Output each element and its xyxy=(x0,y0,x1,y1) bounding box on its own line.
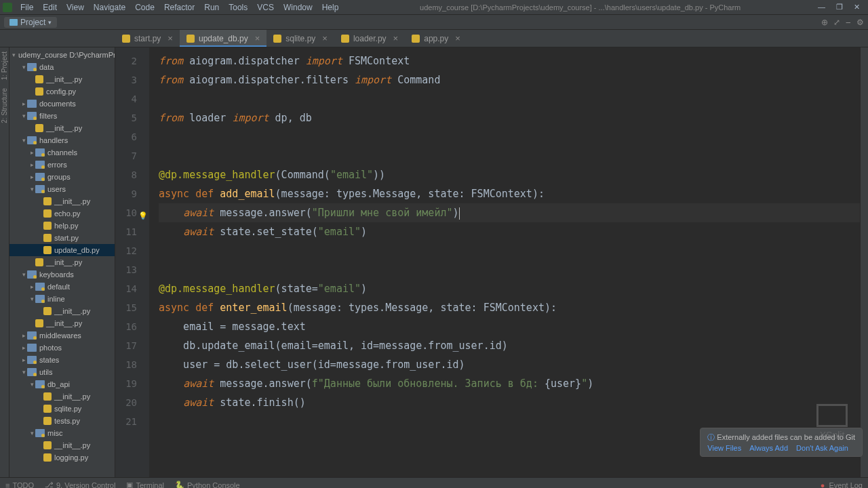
menu-help[interactable]: Help xyxy=(318,1,343,14)
dont-ask-link[interactable]: Don't Ask Again xyxy=(796,444,848,452)
menu-navigate[interactable]: Navigate xyxy=(90,1,130,14)
tree-item[interactable]: ▾filters xyxy=(9,110,115,122)
menu-refactor[interactable]: Refactor xyxy=(160,1,199,14)
vcs-button[interactable]: ⎇ 9. Version Control xyxy=(45,481,115,488)
python-console-button[interactable]: 🐍 Python Console xyxy=(175,481,240,488)
expand-icon[interactable]: ⤢ xyxy=(833,18,840,27)
python-icon xyxy=(341,35,349,43)
tree-item[interactable]: ▾handlers xyxy=(9,134,115,146)
tree-item[interactable]: update_db.py xyxy=(9,244,115,256)
tree-item[interactable]: sqlite.py xyxy=(9,403,115,415)
tree-item[interactable]: logging.py xyxy=(9,451,115,464)
toolbar: Project ▾ ⊕ ⤢ ‒ ⚙ xyxy=(0,15,868,30)
xsplit-watermark: XSplit xyxy=(816,404,848,441)
tree-item[interactable]: __init__.py xyxy=(9,439,115,451)
menu-vcs[interactable]: VCS xyxy=(253,1,278,14)
close-icon[interactable]: × xyxy=(393,33,399,43)
menu-code[interactable]: Code xyxy=(131,1,159,14)
left-sidebar: 1: Project 2: Structure xyxy=(0,47,9,477)
tree-item[interactable]: ▸default xyxy=(9,281,115,293)
tab-loader[interactable]: loader.py× xyxy=(334,30,405,47)
project-dropdown[interactable]: Project ▾ xyxy=(4,17,57,28)
tree-item[interactable]: __init__.py xyxy=(9,390,115,403)
menu-view[interactable]: View xyxy=(62,1,88,14)
code-editor[interactable]: 23456789101112131415161718192021 from ai… xyxy=(115,47,860,477)
right-sidebar xyxy=(860,47,868,477)
gear-icon[interactable]: ⚙ xyxy=(856,18,864,27)
tab-sqlite[interactable]: sqlite.py× xyxy=(267,30,334,47)
menu-run[interactable]: Run xyxy=(200,1,223,14)
view-files-link[interactable]: View Files xyxy=(707,444,741,452)
tree-item[interactable]: echo.py xyxy=(9,207,115,220)
todo-button[interactable]: ≡ TODO xyxy=(5,481,34,489)
editor-tabs: start.py× update_db.py× sqlite.py× loade… xyxy=(0,30,868,47)
tab-app[interactable]: app.py× xyxy=(405,30,467,47)
code-area[interactable]: from aiogram.dispatcher import FSMContex… xyxy=(149,47,860,477)
tree-item[interactable]: help.py xyxy=(9,220,115,232)
always-add-link[interactable]: Always Add xyxy=(749,444,788,452)
main-menu: File Edit View Navigate Code Refactor Ru… xyxy=(16,1,342,14)
python-icon xyxy=(273,35,281,43)
tree-item[interactable]: ▸middlewares xyxy=(9,329,115,342)
tree-item[interactable]: __init__.py xyxy=(9,305,115,317)
collapse-icon[interactable]: ‒ xyxy=(846,18,851,27)
event-log-button[interactable]: Event Log xyxy=(829,481,863,489)
tree-item[interactable]: ▸errors xyxy=(9,159,115,171)
pycharm-logo xyxy=(3,3,12,12)
tree-item[interactable]: ▾udemy_course D:\PycharmProjec xyxy=(9,49,115,61)
titlebar: File Edit View Navigate Code Refactor Ru… xyxy=(0,0,868,15)
menu-window[interactable]: Window xyxy=(279,1,317,14)
tree-item[interactable]: start.py xyxy=(9,232,115,244)
project-tool-button[interactable]: 1: Project xyxy=(0,47,9,84)
tab-start[interactable]: start.py× xyxy=(115,30,180,47)
tree-item[interactable]: __init__.py xyxy=(9,195,115,207)
menu-edit[interactable]: Edit xyxy=(39,1,61,14)
terminal-button[interactable]: ▣ Terminal xyxy=(126,481,164,488)
target-icon[interactable]: ⊕ xyxy=(821,18,828,27)
tree-item[interactable]: ▸channels xyxy=(9,146,115,159)
tree-item[interactable]: ▾keyboards xyxy=(9,268,115,281)
close-icon[interactable]: × xyxy=(455,33,460,43)
tree-item[interactable]: ▸documents xyxy=(9,98,115,110)
tree-item[interactable]: config.py xyxy=(9,85,115,98)
tree-item[interactable]: ▾utils xyxy=(9,366,115,378)
tree-item[interactable]: ▸states xyxy=(9,354,115,366)
close-icon[interactable]: × xyxy=(167,33,173,43)
close-button[interactable]: ✕ xyxy=(854,3,860,12)
status-bar: ≡ TODO ⎇ 9. Version Control ▣ Terminal 🐍… xyxy=(0,477,868,488)
tree-item[interactable]: __init__.py xyxy=(9,317,115,329)
project-tree[interactable]: ▾udemy_course D:\PycharmProjec▾data__ini… xyxy=(9,47,115,477)
minimize-button[interactable]: — xyxy=(818,3,825,12)
menu-tools[interactable]: Tools xyxy=(224,1,252,14)
toolbar-icons: ⊕ ⤢ ‒ ⚙ xyxy=(821,18,864,27)
tree-item[interactable]: __init__.py xyxy=(9,256,115,268)
project-label: Project xyxy=(20,18,45,27)
tree-item[interactable]: __init__.py xyxy=(9,73,115,85)
tree-item[interactable]: __init__.py xyxy=(9,122,115,134)
tree-item[interactable]: ▸groups xyxy=(9,171,115,183)
tree-item[interactable]: ▾misc xyxy=(9,427,115,439)
menu-file[interactable]: File xyxy=(16,1,37,14)
tab-update-db[interactable]: update_db.py× xyxy=(180,30,267,47)
tree-item[interactable]: ▾db_api xyxy=(9,378,115,390)
tree-item[interactable]: ▾data xyxy=(9,61,115,73)
maximize-button[interactable]: ❐ xyxy=(836,3,843,12)
python-icon xyxy=(186,35,195,43)
folder-icon xyxy=(9,19,18,26)
tree-item[interactable]: tests.py xyxy=(9,415,115,427)
close-icon[interactable]: × xyxy=(322,33,328,43)
tree-item[interactable]: ▸photos xyxy=(9,342,115,354)
close-icon[interactable]: × xyxy=(255,33,260,43)
window-title: udemy_course [D:\PycharmProjects\udemy_c… xyxy=(342,3,818,12)
gutter: 23456789101112131415161718192021 xyxy=(115,47,149,477)
window-controls: — ❐ ✕ xyxy=(818,3,865,12)
chevron-down-icon: ▾ xyxy=(48,19,52,26)
structure-tool-button[interactable]: 2: Structure xyxy=(0,84,9,127)
python-icon xyxy=(122,35,130,43)
tree-item[interactable]: ▾inline xyxy=(9,293,115,305)
python-icon xyxy=(412,35,420,43)
tree-item[interactable]: ▾users xyxy=(9,183,115,195)
